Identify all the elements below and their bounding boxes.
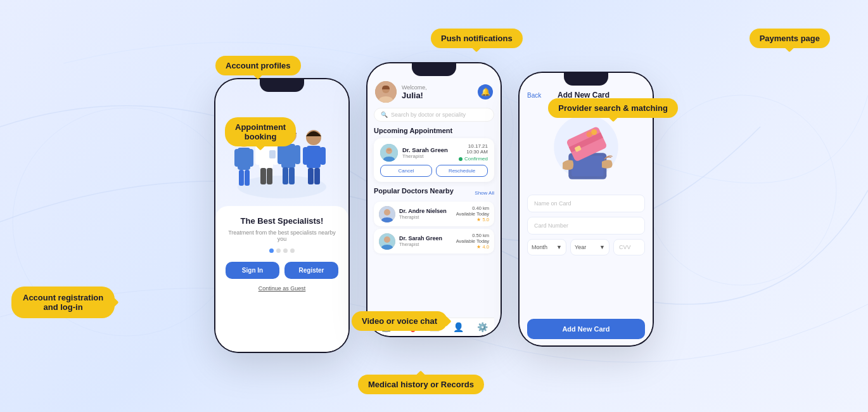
dot-2 bbox=[276, 248, 281, 253]
month-select[interactable]: Month ▼ bbox=[527, 239, 566, 255]
confirmed-dot bbox=[459, 157, 463, 161]
nav-person-icon[interactable]: 👤 bbox=[453, 322, 464, 332]
appt-status: Confirmed bbox=[459, 156, 488, 162]
auth-buttons: Sign In Register bbox=[226, 262, 338, 279]
svg-rect-6 bbox=[234, 149, 239, 167]
appt-date: 10.17.21 bbox=[459, 143, 488, 149]
doc-avail-2: Available Today bbox=[456, 238, 489, 244]
add-card-button[interactable]: Add New Card bbox=[527, 319, 645, 339]
svg-rect-36 bbox=[387, 149, 391, 151]
welcome-text: Welcome, Julia! bbox=[402, 84, 478, 100]
phone2-wrapper: Welcome, Julia! 🔔 🔍 Search by doctor or … bbox=[367, 63, 501, 336]
name-on-card-field[interactable]: Name on Card bbox=[527, 195, 645, 212]
svg-rect-16 bbox=[269, 150, 276, 158]
svg-rect-7 bbox=[248, 149, 253, 167]
appt-doctor-avatar bbox=[380, 144, 398, 162]
phone2-header: Welcome, Julia! 🔔 bbox=[374, 81, 494, 103]
search-icon: 🔍 bbox=[381, 112, 388, 118]
doctor-item-1[interactable]: Dr. Andre Nielsen Therapist 0.40 km Avai… bbox=[374, 202, 494, 226]
pagination-dots bbox=[269, 248, 295, 253]
card-illustration bbox=[527, 106, 645, 188]
phone1-bottom: The Best Specialists! Treatment from the… bbox=[215, 206, 348, 352]
phones-container: The Best Specialists! Treatment from the… bbox=[0, 0, 868, 412]
welcome-label: Welcome, bbox=[402, 84, 478, 91]
svg-rect-20 bbox=[295, 145, 300, 164]
svg-rect-29 bbox=[320, 147, 326, 165]
doc-meta-1: 0.40 km Available Today ★ 5.0 bbox=[456, 205, 489, 222]
doc-name-2: Dr. Sarah Green bbox=[399, 235, 456, 241]
svg-rect-18 bbox=[281, 144, 295, 168]
svg-rect-21 bbox=[283, 167, 288, 184]
svg-rect-9 bbox=[245, 170, 250, 186]
doc-spec-2: Therapist bbox=[399, 241, 456, 247]
doc-rating-1: ★ 5.0 bbox=[456, 217, 489, 222]
year-select[interactable]: Year ▼ bbox=[570, 239, 610, 255]
appt-doctor-name: Dr. Sarah Green bbox=[402, 146, 459, 153]
doc-distance-2: 0.50 km bbox=[456, 233, 489, 238]
doc-avail-1: Available Today bbox=[456, 211, 489, 217]
svg-rect-15 bbox=[267, 168, 272, 184]
doc-rating-2: ★ 4.0 bbox=[456, 244, 489, 250]
svg-rect-8 bbox=[239, 170, 244, 186]
appt-details: Dr. Sarah Green Therapist bbox=[402, 146, 459, 159]
month-label: Month bbox=[532, 244, 547, 250]
svg-rect-27 bbox=[307, 146, 321, 168]
cvv-field[interactable]: CVV bbox=[613, 239, 645, 255]
label-account-registration: Account registration and log-in bbox=[11, 286, 115, 318]
nav-settings-icon[interactable]: ⚙️ bbox=[477, 322, 488, 332]
month-chevron: ▼ bbox=[556, 244, 562, 250]
appt-time: 10:30 AM bbox=[459, 149, 488, 155]
doc-meta-2: 0.50 km Available Today ★ 4.0 bbox=[456, 233, 489, 250]
svg-rect-22 bbox=[289, 167, 295, 184]
guest-link[interactable]: Continue as Guest bbox=[258, 285, 306, 292]
signin-button[interactable]: Sign In bbox=[226, 262, 279, 279]
doctor-item-2[interactable]: Dr. Sarah Green Therapist 0.50 km Availa… bbox=[374, 229, 494, 254]
doc-spec-1: Therapist bbox=[399, 214, 456, 220]
label-payments: Payments page bbox=[750, 29, 830, 48]
label-appointment-booking: Appointment booking bbox=[225, 117, 296, 146]
svg-point-38 bbox=[384, 209, 390, 216]
user-avatar bbox=[375, 81, 397, 103]
appt-specialty: Therapist bbox=[402, 153, 459, 159]
label-medical-history: Medical history or Records bbox=[358, 375, 484, 394]
search-bar[interactable]: 🔍 Search by doctor or speciality bbox=[374, 108, 494, 122]
search-placeholder: Search by doctor or speciality bbox=[391, 112, 466, 118]
doc-avatar-2 bbox=[379, 233, 395, 250]
phone2: Welcome, Julia! 🔔 🔍 Search by doctor or … bbox=[367, 63, 501, 336]
appt-info: Dr. Sarah Green Therapist 10.17.21 10:30… bbox=[380, 143, 488, 162]
year-chevron: ▼ bbox=[599, 244, 605, 250]
dot-3 bbox=[283, 248, 288, 253]
svg-rect-14 bbox=[260, 168, 266, 184]
appt-time-block: 10.17.21 10:30 AM Confirmed bbox=[459, 143, 488, 162]
doc-avatar-1 bbox=[379, 206, 395, 222]
expiry-cvv-row: Month ▼ Year ▼ CVV bbox=[527, 239, 645, 255]
svg-rect-30 bbox=[308, 168, 314, 184]
dot-1 bbox=[269, 248, 274, 253]
upcoming-section-title: Upcoming Appointment bbox=[374, 127, 494, 134]
doc-distance-1: 0.40 km bbox=[456, 205, 489, 211]
appt-buttons: Cancel Reschedule bbox=[380, 165, 488, 177]
year-label: Year bbox=[575, 244, 586, 250]
phone2-content: Welcome, Julia! 🔔 🔍 Search by doctor or … bbox=[367, 63, 501, 336]
doc-info-2: Dr. Sarah Green Therapist bbox=[399, 235, 456, 247]
svg-point-40 bbox=[384, 236, 390, 243]
label-provider-search: Provider search & matching bbox=[548, 98, 678, 118]
svg-rect-31 bbox=[314, 168, 320, 184]
svg-rect-19 bbox=[278, 145, 283, 164]
cancel-button[interactable]: Cancel bbox=[380, 165, 432, 177]
svg-rect-28 bbox=[303, 147, 309, 165]
phone2-screen: Welcome, Julia! 🔔 🔍 Search by doctor or … bbox=[367, 63, 501, 336]
back-button[interactable]: Back bbox=[527, 92, 541, 99]
notification-bell[interactable]: 🔔 bbox=[478, 84, 493, 100]
show-all-link[interactable]: Show All bbox=[475, 190, 494, 196]
nearby-title: Popular Doctors Nearby bbox=[374, 187, 454, 195]
phone1-title: The Best Specialists! bbox=[241, 216, 324, 226]
doctors-section-header: Popular Doctors Nearby Show All bbox=[374, 187, 494, 198]
welcome-name: Julia! bbox=[402, 91, 478, 100]
card-number-field[interactable]: Card Number bbox=[527, 217, 645, 235]
reschedule-button[interactable]: Reschedule bbox=[436, 165, 488, 177]
register-button[interactable]: Register bbox=[284, 262, 338, 279]
doc-info-1: Dr. Andre Nielsen Therapist bbox=[399, 208, 456, 220]
appointment-card: Dr. Sarah Green Therapist 10.17.21 10:30… bbox=[374, 138, 494, 182]
label-push-notifications: Push notifications bbox=[431, 29, 523, 48]
